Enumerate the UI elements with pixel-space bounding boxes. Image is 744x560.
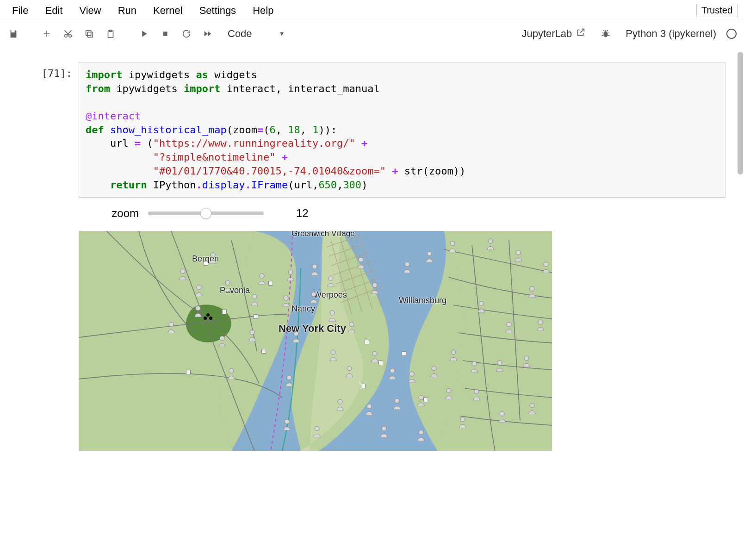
map-person-icon[interactable] [248,329,257,341]
map-person-icon[interactable] [326,275,335,287]
open-jupyterlab-link[interactable]: JupyterLab [521,27,586,40]
map-person-icon[interactable] [536,319,545,331]
run-icon[interactable] [134,24,154,44]
map-person-icon[interactable] [167,321,176,333]
map-person-icon[interactable] [522,355,531,367]
map-person-icon[interactable] [285,374,294,386]
map-person-icon[interactable] [217,335,227,347]
map-square-marker[interactable] [261,349,266,354]
map-person-icon[interactable] [472,388,481,400]
map-person-icon[interactable] [309,291,318,303]
code-editor[interactable]: import ipywidgets as widgets from ipywid… [79,62,725,198]
trusted-badge[interactable]: Trusted [696,4,738,17]
map-person-icon[interactable] [527,286,537,298]
map-person-icon[interactable] [477,300,486,312]
map-square-marker[interactable] [365,340,369,344]
map-person-icon[interactable] [379,425,389,437]
map-square-marker[interactable] [423,398,428,402]
map-square-marker[interactable] [402,351,406,356]
menu-settings[interactable]: Settings [191,2,245,19]
map-person-icon[interactable] [504,321,514,333]
menu-run[interactable]: Run [110,2,145,19]
map-person-icon[interactable] [356,256,366,268]
map-person-icon[interactable] [392,398,402,410]
map-person-icon[interactable] [407,371,416,383]
map-person-icon[interactable] [329,349,338,361]
map-person-icon[interactable] [370,282,379,294]
map-person-icon[interactable] [257,273,267,285]
cut-icon[interactable] [58,24,78,44]
map-person-icon[interactable] [193,305,203,317]
map-person-icon[interactable] [286,269,295,281]
add-cell-icon[interactable] [37,24,56,44]
map-person-icon[interactable] [194,284,204,296]
map-person-icon[interactable] [310,263,319,275]
bug-icon[interactable] [596,24,615,44]
zoom-slider-widget: zoom 12 [88,207,725,220]
map-person-icon[interactable] [345,365,354,377]
map-person-icon[interactable] [541,261,551,273]
map-person-icon[interactable] [335,398,345,411]
scrollbar-thumb[interactable] [738,52,743,174]
map-person-icon[interactable] [416,429,426,441]
menu-view[interactable]: View [71,2,109,19]
map-person-icon[interactable] [486,238,495,250]
map-person-icon[interactable] [282,418,291,430]
map-square-marker[interactable] [378,361,383,365]
menu-file[interactable]: File [4,2,37,19]
map-person-icon[interactable] [388,367,397,380]
slider-label: zoom [88,207,139,220]
map-square-marker[interactable] [254,314,258,319]
map-person-icon[interactable] [495,360,504,372]
map-person-icon[interactable] [227,367,236,380]
map-square-marker[interactable] [204,261,208,266]
map-person-icon[interactable] [291,330,301,342]
map-person-icon[interactable] [444,387,453,399]
map-person-icon[interactable] [281,295,291,307]
map-square-marker[interactable] [361,384,366,388]
save-icon[interactable] [4,24,23,44]
map-person-icon[interactable] [514,249,523,261]
kernel-name[interactable]: Python 3 (ipykernel) [626,28,716,40]
map-person-icon[interactable] [250,293,259,305]
map-person-icon[interactable] [208,252,217,264]
map-person-icon[interactable] [328,310,337,322]
svg-point-61 [530,403,534,408]
copy-icon[interactable] [80,24,99,44]
map-person-icon[interactable] [312,425,322,437]
svg-point-0 [65,34,68,37]
map-person-icon[interactable] [429,365,439,377]
map-person-icon[interactable] [403,261,412,273]
map-person-icon[interactable] [365,403,374,415]
slider-thumb[interactable] [200,208,211,219]
paste-icon[interactable] [101,24,120,44]
stop-icon[interactable] [155,24,175,44]
map-person-icon[interactable] [497,411,507,423]
map-person-icon[interactable] [527,402,537,414]
cell-type-select[interactable]: Code ▾ [228,28,284,40]
map-person-icon[interactable] [425,250,434,262]
map-square-marker[interactable] [186,370,191,374]
map-square-marker[interactable] [222,310,227,314]
svg-rect-2 [87,32,93,37]
map-person-icon[interactable] [448,240,457,252]
map-person-icon[interactable] [370,350,379,362]
map-square-marker[interactable] [268,281,273,286]
menu-kernel[interactable]: Kernel [145,2,191,19]
input-prompt: [71]: [19,62,79,198]
map-person-icon[interactable] [178,268,187,280]
map-person-icon[interactable] [458,416,467,428]
map-person-icon[interactable] [470,361,479,373]
menu-help[interactable]: Help [244,2,282,19]
map-person-icon[interactable] [223,280,232,292]
zoom-slider[interactable] [148,212,264,215]
map-person-icon[interactable] [449,349,458,361]
menu-edit[interactable]: Edit [37,2,71,19]
restart-icon[interactable] [177,24,196,44]
map-iframe[interactable]: Greenwich Village Bergen Pavonia Werpoes… [79,231,552,451]
svg-point-35 [530,286,534,291]
fast-forward-icon[interactable] [198,24,217,44]
kernel-status-icon[interactable] [726,29,737,39]
map-person-icon[interactable] [347,321,356,333]
code-cell[interactable]: [71]: import ipywidgets as widgets from … [19,62,725,198]
